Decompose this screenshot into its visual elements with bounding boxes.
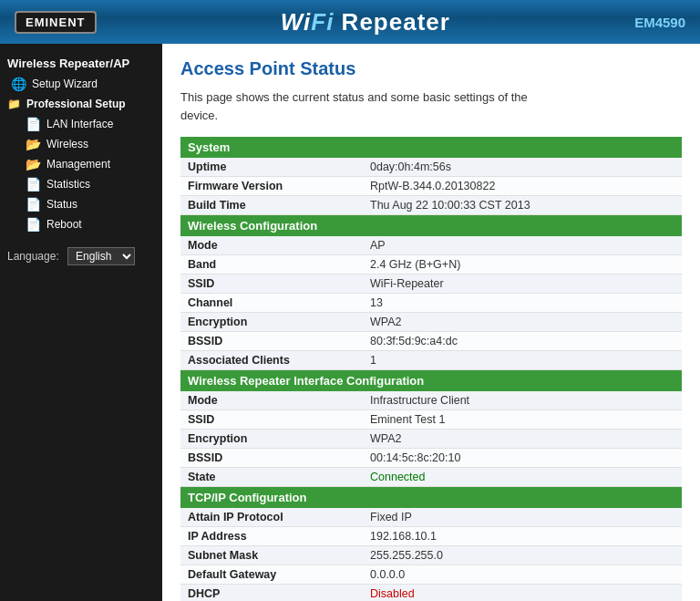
row-value: RptW-B.344.0.20130822: [363, 177, 682, 196]
row-value: Thu Aug 22 10:00:33 CST 2013: [363, 196, 682, 215]
row-label: Firmware Version: [180, 177, 363, 196]
header-title: WiFi Repeater: [97, 8, 635, 36]
row-label: DHCP: [180, 585, 363, 602]
row-value: WiFi-Repeater: [363, 275, 682, 294]
row-value: 255.255.255.0: [363, 546, 682, 565]
table-section-header: Wireless Configuration: [180, 215, 682, 237]
row-value: Eminent Test 1: [363, 410, 682, 430]
table-section-header: System: [180, 137, 682, 158]
row-value: Connected: [363, 468, 682, 487]
folder-icon: 📁: [7, 98, 21, 110]
language-select[interactable]: English Dutch German French Spanish: [67, 247, 135, 265]
row-label: Encryption: [180, 430, 363, 449]
table-row: Uptime0day:0h:4m:56s: [180, 158, 682, 177]
row-value: 0.0.0.0: [363, 565, 682, 585]
sidebar-item-reboot[interactable]: 📄 Reboot: [0, 214, 162, 234]
sidebar-item-management[interactable]: 📂 Management: [0, 154, 162, 174]
doc4-icon: 📄: [26, 217, 41, 232]
table-row: Subnet Mask255.255.255.0: [180, 546, 682, 565]
sidebar-section-professional-setup: 📁 Professional Setup: [0, 94, 162, 114]
row-value: WPA2: [363, 313, 682, 332]
row-label: IP Address: [180, 527, 363, 546]
sidebar-item-label: LAN Interface: [46, 118, 113, 130]
folder3-icon: 📂: [26, 157, 41, 171]
row-label: Uptime: [180, 158, 363, 177]
table-row: Associated Clients1: [180, 351, 682, 370]
folder2-icon: 📂: [26, 137, 41, 151]
row-value: Infrastructure Client: [363, 391, 682, 410]
sidebar-item-setup-wizard[interactable]: 🌐 Setup Wizard: [0, 74, 162, 94]
row-value: 0day:0h:4m:56s: [363, 158, 682, 177]
row-value: Fixed IP: [363, 508, 682, 527]
table-row: EncryptionWPA2: [180, 430, 682, 449]
row-value: 80:3f:5d:9c:a4:dc: [363, 332, 682, 351]
table-row: Band2.4 GHz (B+G+N): [180, 255, 682, 275]
sidebar-item-label: Status: [46, 198, 77, 211]
table-row: SSIDWiFi-Repeater: [180, 275, 682, 294]
sidebar-item-label: Management: [46, 158, 110, 171]
logo: EMINENT: [15, 11, 97, 34]
model-badge: EM4590: [634, 15, 685, 30]
row-value: 13: [363, 294, 682, 313]
table-row: Default Gateway0.0.0.0: [180, 565, 682, 585]
sidebar-item-wireless[interactable]: 📂 Wireless: [0, 134, 162, 154]
table-row: Attain IP ProtocolFixed IP: [180, 508, 682, 527]
row-label: Mode: [180, 236, 363, 255]
doc2-icon: 📄: [26, 177, 41, 192]
sidebar-item-lan-interface[interactable]: 📄 LAN Interface: [0, 114, 162, 134]
page-title: Access Point Status: [180, 58, 682, 79]
row-label: Channel: [180, 294, 363, 313]
row-label: Band: [180, 255, 363, 275]
page-description: This page shows the current status and s…: [180, 88, 563, 124]
sidebar-item-statistics[interactable]: 📄 Statistics: [0, 174, 162, 194]
row-value: 1: [363, 351, 682, 370]
professional-setup-label: Professional Setup: [26, 98, 126, 110]
row-label: Mode: [180, 391, 363, 410]
row-label: Attain IP Protocol: [180, 508, 363, 527]
row-label: Associated Clients: [180, 351, 363, 370]
doc-icon: 📄: [26, 117, 41, 131]
table-row: SSIDEminent Test 1: [180, 410, 682, 430]
table-row: IP Address192.168.10.1: [180, 527, 682, 546]
table-row: ModeInfrastructure Client: [180, 391, 682, 410]
table-row: Channel13: [180, 294, 682, 313]
table-row: StateConnected: [180, 468, 682, 487]
row-label: SSID: [180, 275, 363, 294]
table-row: EncryptionWPA2: [180, 313, 682, 332]
row-label: BSSID: [180, 449, 363, 468]
table-row: Firmware VersionRptW-B.344.0.20130822: [180, 177, 682, 196]
language-section: Language: English Dutch German French Sp…: [0, 234, 162, 273]
sidebar-item-label: Setup Wizard: [32, 78, 98, 90]
row-label: BSSID: [180, 332, 363, 351]
repeater-text: Repeater: [334, 8, 450, 36]
row-label: Default Gateway: [180, 565, 363, 585]
row-value: 2.4 GHz (B+G+N): [363, 255, 682, 275]
wifi-text: Wi: [281, 8, 312, 36]
row-value: 00:14:5c:8c:20:10: [363, 449, 682, 468]
row-label: State: [180, 468, 363, 487]
row-value: WPA2: [363, 430, 682, 449]
table-row: BSSID80:3f:5d:9c:a4:dc: [180, 332, 682, 351]
table-row: DHCPDisabled: [180, 585, 682, 602]
sidebar-item-label: Wireless: [46, 138, 88, 150]
globe-icon: 🌐: [11, 77, 26, 91]
table-section-header: Wireless Repeater Interface Configuratio…: [180, 370, 682, 392]
sidebar: Wireless Repeater/AP 🌐 Setup Wizard 📁 Pr…: [0, 44, 162, 601]
main-layout: Wireless Repeater/AP 🌐 Setup Wizard 📁 Pr…: [0, 44, 700, 601]
row-label: Encryption: [180, 313, 363, 332]
table-section-header: TCP/IP Configuration: [180, 487, 682, 509]
row-value: AP: [363, 236, 682, 255]
doc3-icon: 📄: [26, 197, 41, 212]
table-row: Build TimeThu Aug 22 10:00:33 CST 2013: [180, 196, 682, 215]
row-label: Build Time: [180, 196, 363, 215]
row-value: Disabled: [363, 585, 682, 602]
table-row: BSSID00:14:5c:8c:20:10: [180, 449, 682, 468]
row-value: 192.168.10.1: [363, 527, 682, 546]
sidebar-title: Wireless Repeater/AP: [0, 51, 162, 74]
status-table: SystemUptime0day:0h:4m:56sFirmware Versi…: [180, 137, 682, 601]
language-label: Language:: [7, 250, 59, 263]
table-row: ModeAP: [180, 236, 682, 255]
header: EMINENT WiFi Repeater EM4590: [0, 0, 700, 44]
sidebar-item-status[interactable]: 📄 Status: [0, 194, 162, 214]
row-label: SSID: [180, 410, 363, 430]
